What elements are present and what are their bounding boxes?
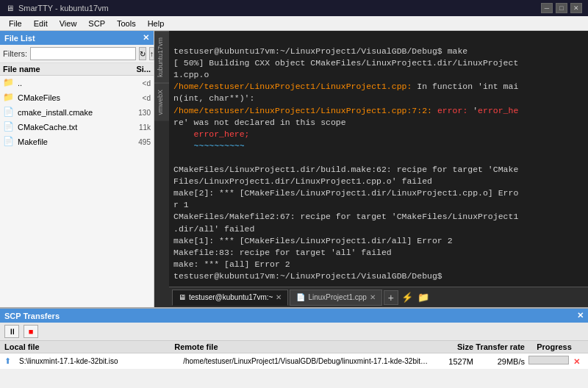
scp-toolbar: ⏸ ■ [0, 323, 588, 341]
term-line-12: Files/LinuxProject1.dir/LinuxProject1.cp… [173, 176, 432, 186]
filter-up-button[interactable]: ↑ [149, 47, 154, 60]
file-tab-close[interactable]: ✕ [370, 293, 376, 301]
scp-table-header: Local file Remote file Size Transfer rat… [0, 341, 588, 353]
local-file-path: S:\linuxmint-17.1-kde-32bit.iso [19, 357, 183, 365]
list-item[interactable]: 📄 CMakeCache.txt 11k [0, 120, 154, 134]
file-table-header: File name Si... [0, 63, 154, 76]
app-icon: 🖥 [6, 4, 14, 12]
menu-help[interactable]: Help [142, 16, 171, 30]
file-list-close-button[interactable]: ✕ [143, 33, 149, 43]
term-line-3: 1.cpp.o [173, 70, 209, 79]
ssh-tab-close[interactable]: ✕ [276, 293, 282, 301]
menu-tools[interactable]: Tools [111, 16, 142, 30]
menu-edit[interactable]: Edit [28, 16, 54, 30]
filter-refresh-button[interactable]: ↻ [139, 47, 146, 60]
filter-bar: Filters: ↻ ↑ [0, 45, 154, 63]
list-item[interactable]: 📄 cmake_install.cmake 130 [0, 105, 154, 120]
scp-close-button[interactable]: ✕ [577, 311, 584, 320]
list-item[interactable]: 📁 .. <d [0, 76, 154, 90]
filter-input[interactable] [30, 47, 136, 60]
col-remote-file: Remote file [174, 342, 429, 351]
term-line-7: re' was not declared in this scope [173, 118, 346, 127]
col-transfer-rate: Transfer rate [473, 342, 525, 351]
file-items-list: 📁 .. <d 📁 CMakeFiles <d 📄 cmake_install.… [0, 76, 154, 307]
close-button[interactable]: ✕ [570, 3, 582, 13]
term-line-4: /home/testuser/LinuxProject1/LinuxProjec… [173, 82, 518, 91]
terminal-output[interactable]: testuser@kubuntu17vm:~/LinuxProject1/Vis… [169, 31, 588, 287]
lightning-button[interactable]: ⚡ [400, 290, 415, 305]
col-progress: Progress [525, 342, 584, 351]
term-line-9: ~~~~~~~~~~ [173, 141, 245, 151]
filter-label: Filters: [3, 49, 27, 58]
term-line-18: Makefile:83: recipe for target 'all' fai… [173, 248, 392, 257]
progress-bar [528, 356, 569, 364]
folder-button[interactable]: 📁 [416, 290, 431, 305]
vertical-tab-vmweb[interactable]: vmwebX [154, 83, 169, 121]
scp-panel: SCP Transfers ✕ ⏸ ■ Local file Remote fi… [0, 307, 588, 388]
folder-up-icon: 📁 [3, 77, 15, 89]
term-line-14: r 1 [173, 200, 189, 209]
term-line-19: make: *** [all] Error 2 [173, 259, 290, 269]
term-line-17: make[1]: *** [CMakeFiles/LinuxProject1.d… [173, 236, 453, 245]
remote-file-path: /home/testuser/LinuxProject1/VisualGDB/D… [183, 357, 429, 365]
file-list-panel: File List ✕ Filters: ↻ ↑ File name Si...… [0, 31, 154, 307]
scp-header: SCP Transfers ✕ [0, 309, 588, 323]
term-line-16: .dir/all' failed [173, 224, 254, 234]
term-line-5: n(int, char**)': [173, 93, 254, 103]
file-icon: 📄 [3, 107, 15, 118]
transfer-icon: ⬆ [4, 356, 16, 366]
col-file-size: Si... [121, 65, 151, 73]
term-line-20: testuser@kubuntu17vm:~/LinuxProject1/Vis… [173, 271, 442, 281]
transfer-progress: ✕ [525, 356, 584, 367]
term-line-1: testuser@kubuntu17vm:~/LinuxProject1/Vis… [173, 46, 467, 56]
scp-transfer-row: ⬆ S:\linuxmint-17.1-kde-32bit.iso /home/… [0, 353, 588, 370]
scp-title: SCP Transfers [4, 312, 60, 320]
ssh-tab-icon: 🖥 [179, 293, 186, 301]
minimize-button[interactable]: ─ [541, 3, 553, 13]
menu-scp[interactable]: SCP [82, 16, 111, 30]
add-tab-button[interactable]: + [384, 290, 398, 305]
cancel-transfer-button[interactable]: ✕ [573, 357, 580, 366]
col-file-name: File name [3, 65, 121, 73]
terminal-tabs-bar: 🖥 testuser@kubuntu17vm:~ ✕ 📄 LinuxProjec… [169, 287, 588, 307]
folder-icon: 📁 [3, 92, 15, 104]
file-list-header: File List ✕ [0, 31, 154, 45]
term-line-13: make[2]: *** [CMakeFiles/LinuxProject1.d… [173, 188, 518, 198]
list-item[interactable]: 📄 Makefile 495 [0, 134, 154, 149]
list-item[interactable]: 📁 CMakeFiles <d [0, 90, 154, 105]
transfer-rate: 29MB/s [473, 357, 525, 366]
file-icon: 📄 [3, 136, 15, 148]
scp-pause-button[interactable]: ⏸ [4, 325, 19, 338]
menu-view[interactable]: View [54, 16, 83, 30]
scp-stop-button[interactable]: ■ [24, 325, 38, 338]
file-icon: 📄 [3, 121, 15, 133]
term-line-2: [ 50%] Building CXX object CMakeFiles/Li… [173, 58, 518, 68]
term-line-8: error_here; [173, 129, 250, 139]
title-bar: 🖥 SmarTTY - kubuntu17vm ─ □ ✕ [0, 0, 588, 16]
terminal-tab-ssh[interactable]: 🖥 testuser@kubuntu17vm:~ ✕ [172, 290, 288, 306]
maximize-button[interactable]: □ [556, 3, 567, 13]
term-line-10 [173, 153, 179, 162]
file-list-title: File List [4, 34, 35, 43]
vertical-tab-kubuntu[interactable]: kubuntu17vm [154, 31, 169, 83]
window-title: SmarTTY - kubuntu17vm [18, 4, 109, 12]
menu-bar: File Edit View SCP Tools Help [0, 16, 588, 31]
file-tab-icon: 📄 [296, 293, 305, 301]
term-line-15: CMakeFiles/Makefile2:67: recipe for targ… [173, 212, 518, 221]
ssh-tab-label: testuser@kubuntu17vm:~ [189, 293, 273, 301]
col-size: Size [429, 342, 473, 351]
col-local-file: Local file [4, 342, 174, 351]
term-line-6: /home/testuser/LinuxProject1/LinuxProjec… [173, 106, 518, 115]
transfer-size: 1527M [429, 357, 473, 366]
vertical-tabs: kubuntu17vm vmwebX [154, 31, 169, 307]
menu-file[interactable]: File [3, 16, 28, 30]
terminal-tab-file[interactable]: 📄 LinuxProject1.cpp ✕ [290, 290, 382, 306]
file-tab-label: LinuxProject1.cpp [308, 293, 367, 301]
term-line-11: CMakeFiles/LinuxProject1.dir/build.make:… [173, 165, 518, 174]
terminal-area: kubuntu17vm vmwebX testuser@kubuntu17vm:… [154, 31, 588, 307]
